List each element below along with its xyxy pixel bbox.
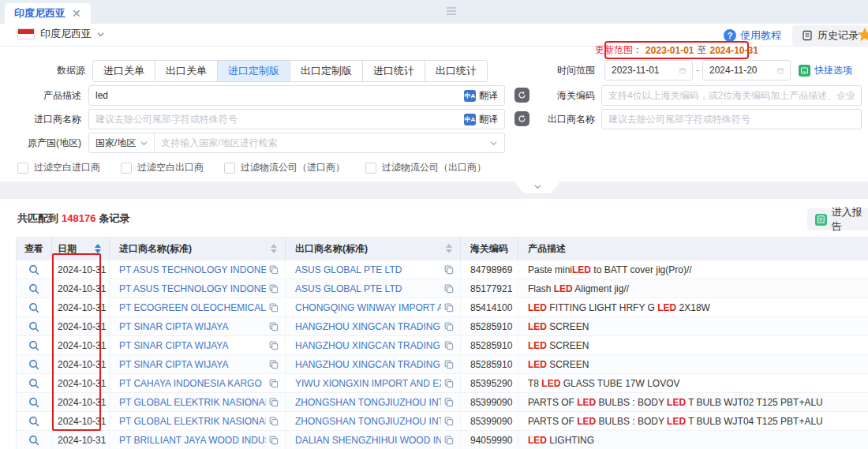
filter-checkbox-1[interactable]: 过滤空白出口商	[121, 161, 204, 174]
start-date-value[interactable]	[612, 65, 675, 76]
close-icon[interactable]: ✕	[72, 8, 81, 19]
copy-icon[interactable]	[444, 284, 454, 294]
copy-icon[interactable]	[444, 398, 454, 407]
copy-icon[interactable]	[444, 322, 454, 331]
data-source-tab-1[interactable]: 出口关单	[155, 61, 218, 81]
importer-link[interactable]: PT SINAR CIPTA WIJAYA	[119, 359, 266, 370]
copy-icon[interactable]	[444, 303, 454, 312]
table-row: 2024-10-31 PT ASUS TECHNOLOGY INDONESIA …	[17, 279, 868, 298]
start-date-input[interactable]	[604, 60, 693, 80]
copy-icon[interactable]	[444, 265, 454, 275]
magnifier-icon[interactable]	[28, 340, 39, 351]
copy-icon[interactable]	[269, 322, 279, 331]
translate-button[interactable]: 中A 翻译	[458, 110, 504, 129]
data-source-tab-4[interactable]: 进口统计	[363, 61, 425, 81]
checkbox-icon[interactable]	[17, 163, 28, 174]
mini-menu-icon[interactable]	[447, 7, 456, 15]
magnifier-icon[interactable]	[28, 416, 39, 427]
panel-gap	[0, 181, 868, 199]
copy-icon[interactable]	[269, 398, 279, 407]
data-source-tab-2[interactable]: 进口定制版	[218, 61, 290, 81]
exporter-link[interactable]: ASUS GLOBAL PTE LTD	[295, 283, 441, 294]
magnifier-icon[interactable]	[28, 321, 39, 332]
filter-checkbox-2[interactable]: 过滤物流公司（进口商）	[224, 161, 345, 174]
magnifier-icon[interactable]	[28, 378, 39, 389]
data-source-tab-3[interactable]: 出口定制版	[290, 61, 363, 81]
filter-checkbox-3[interactable]: 过滤物流公司（出口商）	[365, 161, 486, 174]
origin-input[interactable]	[155, 133, 490, 152]
magnifier-icon[interactable]	[28, 435, 39, 446]
checkbox-label: 过滤物流公司（进口商）	[241, 161, 345, 174]
search-history-icon[interactable]	[514, 88, 529, 103]
data-source-tab-0[interactable]: 进口关单	[93, 61, 155, 81]
importer-link[interactable]: PT ASUS TECHNOLOGY INDONESIA BA...	[119, 283, 266, 294]
magnifier-icon[interactable]	[28, 264, 39, 275]
importer-link[interactable]: PT SINAR CIPTA WIJAYA	[119, 340, 266, 351]
checkbox-icon[interactable]	[224, 163, 235, 174]
sort-control-date[interactable]	[95, 244, 101, 253]
origin-dropdown[interactable]: 国家/地区	[89, 133, 155, 152]
end-date-input[interactable]	[702, 60, 791, 80]
magnifier-icon[interactable]	[28, 359, 39, 370]
copy-icon[interactable]	[269, 360, 279, 369]
tab-label: 印度尼西亚	[14, 6, 65, 21]
importer-link[interactable]: PT SINAR CIPTA WIJAYA	[119, 321, 266, 332]
importer-cell: PT CAHAYA INDONESIA KARGO	[110, 374, 286, 392]
indonesia-flag-icon	[17, 28, 35, 39]
exporter-link[interactable]: ASUS GLOBAL PTE LTD	[295, 264, 441, 275]
hs-code-input[interactable]	[602, 86, 861, 105]
exporter-field	[601, 109, 862, 129]
copy-icon[interactable]	[444, 436, 454, 445]
data-source-tab-5[interactable]: 出口统计	[425, 61, 487, 81]
calendar-icon[interactable]	[679, 65, 686, 76]
copy-icon[interactable]	[269, 417, 279, 426]
checkbox-icon[interactable]	[365, 163, 376, 174]
copy-icon[interactable]	[444, 360, 454, 369]
sort-control-importer[interactable]	[271, 244, 277, 253]
exporter-link[interactable]: ZHONGSHAN TONGJIUZHOU INTERNA...	[295, 416, 441, 427]
checkbox-icon[interactable]	[121, 163, 132, 174]
search-history-icon[interactable]	[514, 111, 529, 126]
product-desc-input[interactable]	[89, 86, 458, 105]
importer-link[interactable]: PT GLOBAL ELEKTRIK NASIONAL	[119, 397, 266, 408]
quick-options-button[interactable]: 快捷选项	[799, 60, 852, 80]
data-source-label: 数据源	[22, 60, 85, 80]
enter-report-button[interactable]: 进入报告	[807, 208, 868, 230]
exporter-input[interactable]	[602, 110, 861, 129]
exporter-link[interactable]: HANGZHOU XINGCAN TRADING CO LTD	[295, 359, 441, 370]
importer-link[interactable]: PT CAHAYA INDONESIA KARGO	[119, 378, 266, 389]
copy-icon[interactable]	[269, 379, 279, 388]
table-body: 2024-10-31 PT ASUS TECHNOLOGY INDONESIA …	[17, 260, 868, 449]
translate-button[interactable]: 中A 翻译	[458, 86, 504, 105]
copy-icon[interactable]	[444, 341, 454, 350]
table-header: 查看 日期 进口商名称(标准) 出口商名称(标准) 海关编码 产品描述	[17, 237, 868, 260]
calendar-icon[interactable]	[777, 65, 784, 76]
copy-icon[interactable]	[444, 379, 454, 388]
end-date-value[interactable]	[709, 65, 773, 76]
exporter-link[interactable]: CHONGQING WINWAY IMPORT AND E...	[295, 302, 441, 313]
tab-indonesia[interactable]: 印度尼西亚 ✕	[5, 3, 91, 24]
importer-input[interactable]	[89, 110, 458, 129]
copy-icon[interactable]	[269, 303, 279, 312]
magnifier-icon[interactable]	[28, 302, 39, 313]
exporter-link[interactable]: DALIAN SHENGZHIHUI WOOD INDUST...	[295, 435, 441, 446]
copy-icon[interactable]	[444, 417, 454, 426]
importer-link[interactable]: PT BRILLIANT JAYA WOOD INDUSTRY	[119, 435, 266, 446]
importer-link[interactable]: PT ASUS TECHNOLOGY INDONESIA BA...	[119, 264, 266, 275]
filter-checkbox-0[interactable]: 过滤空白进口商	[17, 161, 100, 174]
exporter-link[interactable]: ZHONGSHAN TONGJIUZHOU INTERNA...	[295, 397, 441, 408]
exporter-link[interactable]: HANGZHOU XINGCAN TRADING CO LTD	[295, 340, 441, 351]
copy-icon[interactable]	[269, 436, 279, 445]
sort-control-exporter[interactable]	[446, 244, 452, 253]
exporter-link[interactable]: YIWU XIONGXIN IMPORT AND EXPORT...	[295, 378, 441, 389]
magnifier-icon[interactable]	[28, 283, 39, 294]
exporter-link[interactable]: HANGZHOU XINGCAN TRADING CO LTD	[295, 321, 441, 332]
importer-link[interactable]: PT GLOBAL ELEKTRIK NASIONAL	[119, 416, 266, 427]
magnifier-icon[interactable]	[28, 397, 39, 408]
copy-icon[interactable]	[269, 341, 279, 350]
copy-icon[interactable]	[269, 265, 279, 275]
importer-link[interactable]: PT ECOGREEN OLEOCHEMICALS	[119, 302, 266, 313]
copy-icon[interactable]	[269, 284, 279, 294]
country-selector[interactable]: 印度尼西亚	[17, 27, 104, 41]
star-icon[interactable]	[857, 27, 868, 43]
